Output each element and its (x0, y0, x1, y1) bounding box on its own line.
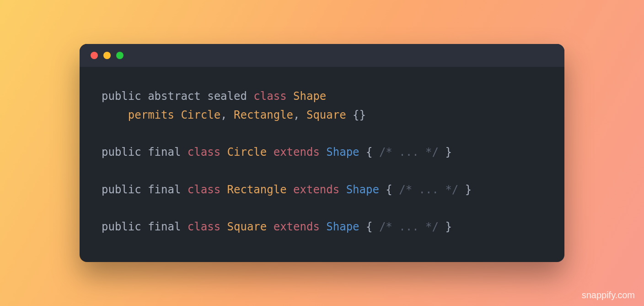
code-token: /* ... */ (379, 146, 439, 158)
code-token: Square (227, 220, 267, 233)
code-token: Circle (181, 109, 220, 121)
zoom-icon[interactable] (116, 52, 123, 59)
code-token: Circle (227, 146, 267, 158)
code-token (220, 220, 227, 233)
code-line (102, 162, 542, 180)
code-token: class (253, 90, 286, 103)
code-window: public abstract sealed class Shape permi… (80, 44, 564, 262)
code-token: } (458, 183, 472, 196)
code-token: Shape (326, 146, 359, 158)
code-token: extends (293, 183, 339, 196)
code-token (320, 220, 326, 233)
watermark: snappify.com (582, 290, 635, 301)
code-token (102, 109, 128, 121)
code-token: /* ... */ (399, 183, 458, 196)
code-token: , (293, 109, 306, 121)
code-token: /* ... */ (379, 220, 439, 233)
code-token (287, 183, 293, 196)
code-token: extends (274, 146, 320, 158)
code-line: permits Circle, Rectangle, Square {} (102, 106, 542, 125)
code-line: public final class Square extends Shape … (102, 218, 542, 236)
code-line: public final class Rectangle extends Sha… (102, 180, 542, 199)
minimize-icon[interactable] (103, 52, 111, 59)
code-token: public final (102, 146, 188, 158)
code-line (102, 199, 542, 218)
code-token (220, 146, 227, 158)
code-token (174, 109, 181, 121)
code-line: public abstract sealed class Shape (102, 87, 542, 106)
code-token: Square (306, 109, 346, 121)
code-line: public final class Circle extends Shape … (102, 143, 542, 162)
code-token: public abstract sealed (102, 90, 253, 103)
window-titlebar (80, 44, 564, 67)
code-token: class (188, 220, 220, 233)
code-token: Rectangle (227, 183, 287, 196)
code-token: public final (102, 220, 188, 233)
code-token: Shape (346, 183, 379, 196)
code-token: Shape (293, 90, 326, 103)
code-token: } (439, 220, 452, 233)
code-token: {} (346, 109, 366, 121)
code-token: class (188, 146, 220, 158)
code-token: , (220, 109, 234, 121)
code-token (320, 146, 326, 158)
code-token: { (360, 220, 379, 233)
code-token: } (439, 146, 452, 158)
code-token: { (360, 146, 379, 158)
close-icon[interactable] (91, 52, 98, 59)
code-line (102, 124, 542, 143)
code-block: public abstract sealed class Shape permi… (80, 67, 564, 262)
code-token: class (188, 183, 220, 196)
code-token (339, 183, 346, 196)
code-token (267, 220, 273, 233)
code-token (287, 90, 293, 103)
code-token: extends (274, 220, 320, 233)
code-token: permits (128, 109, 174, 121)
code-token: { (379, 183, 399, 196)
code-token (220, 183, 227, 196)
code-token: public final (102, 183, 188, 196)
code-token: Shape (326, 220, 359, 233)
code-token: Rectangle (234, 109, 293, 121)
code-token (267, 146, 273, 158)
